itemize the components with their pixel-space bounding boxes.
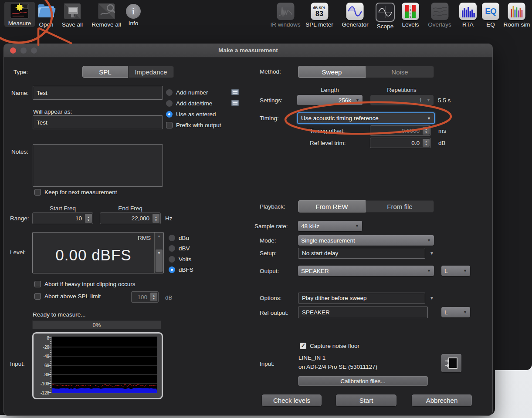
ref-output-field[interactable]: SPEAKER	[298, 307, 428, 318]
input-device-label: Input:	[260, 361, 274, 367]
datetime-list-icon[interactable]	[231, 100, 239, 106]
level-stepper[interactable]: ▲ ▼	[154, 233, 163, 273]
options-dropdown-arrow-icon[interactable]: ▼	[430, 296, 434, 300]
range-unit-label: Hz	[165, 215, 173, 222]
spl-limit-stepper[interactable]: ▲▼	[150, 293, 157, 301]
toolbar-save-all-button[interactable]: Save all	[62, 3, 83, 28]
output-dropdown[interactable]: SPEAKER▼	[298, 266, 434, 276]
setup-dropdown-arrow-icon[interactable]: ▼	[430, 251, 434, 256]
sweep-duration: 5.5 s	[438, 97, 451, 104]
repetitions-dropdown[interactable]: 1▼	[370, 95, 434, 105]
timing-dropdown[interactable]: Use acoustic timing reference▼	[297, 112, 435, 124]
add-datetime-radio[interactable]	[166, 100, 173, 107]
type-label: Type:	[14, 69, 28, 75]
start-freq-spinner[interactable]: 10▲▼	[32, 212, 93, 224]
toolbar-rta-button[interactable]: RTA	[459, 3, 477, 28]
mode-dropdown[interactable]: Single measurement▼	[298, 235, 434, 246]
toolbar-eq-button[interactable]: EQ EQ	[482, 3, 499, 28]
ref-output-channel-dropdown[interactable]: L▼	[441, 307, 470, 317]
dbu-radio[interactable]	[169, 235, 175, 241]
toolbar-measure-label: Measure	[8, 20, 31, 27]
end-freq-spinner[interactable]: 22,000▲▼	[100, 212, 161, 224]
level-stepper-thumb[interactable]: ▼	[156, 249, 163, 272]
cancel-button[interactable]: Abbrechen	[412, 394, 472, 406]
toolbar-remove-all-label: Remove all	[91, 21, 121, 28]
input-routing-button[interactable]	[441, 354, 461, 372]
repetitions-label: Repetitions	[387, 87, 417, 93]
input-device-line1: LINE_IN 1	[298, 353, 377, 362]
method-noise-button[interactable]: Noise	[366, 66, 434, 78]
abort-clipping-checkbox[interactable]	[34, 281, 41, 287]
room-sim-icon	[508, 3, 525, 20]
add-number-radio[interactable]	[166, 89, 173, 96]
abort-spl-checkbox[interactable]	[34, 293, 41, 300]
input-meter-label: Input:	[10, 361, 25, 367]
prefix-with-output-checkbox[interactable]	[166, 122, 173, 128]
name-input[interactable]	[33, 86, 163, 100]
timing-offset-stepper[interactable]: ▲▼	[423, 127, 430, 135]
capture-noise-floor-checkbox[interactable]	[300, 343, 306, 349]
toolbar-spl-meter-button[interactable]: dB SPL 83 SPL meter	[305, 3, 333, 28]
add-number-label: Add number	[176, 89, 208, 96]
level-down-arrow-icon[interactable]: ▼	[156, 251, 163, 255]
sample-rate-label: Sample rate:	[254, 223, 288, 229]
number-list-icon[interactable]	[231, 89, 239, 95]
length-dropdown[interactable]: 256k▼	[297, 95, 363, 105]
toolbar-scope-button[interactable]: Levels Scope	[376, 3, 395, 30]
toolbar-eq-label: EQ	[486, 21, 495, 28]
abort-spl-label: Abort above SPL limit	[44, 293, 101, 300]
toolbar-rta-label: RTA	[462, 21, 474, 28]
playback-from-rew-button[interactable]: From REW	[298, 200, 366, 212]
toolbar-room-sim-label: Room sim	[504, 21, 530, 28]
remove-all-icon	[97, 3, 115, 20]
toolbar-levels-button[interactable]: 0 3 6 9 Levels	[402, 3, 419, 28]
abort-clipping-label: Abort if heavy input clipping occurs	[44, 281, 136, 287]
dbv-radio[interactable]	[169, 245, 175, 252]
ref-level-trim-stepper[interactable]: ▲▼	[423, 139, 430, 147]
notes-textarea[interactable]	[33, 144, 163, 187]
toolbar-generator-button[interactable]: Generator	[342, 3, 369, 28]
timing-offset-label: Timing offset:	[310, 128, 345, 134]
start-freq-stepper[interactable]: ▲▼	[85, 214, 92, 223]
options-label: Options:	[260, 295, 281, 301]
level-display[interactable]: RMS 0.00 dBFS ▲ ▼	[32, 232, 164, 273]
playback-from-file-button[interactable]: From file	[366, 200, 434, 212]
toolbar-ir-windows-button[interactable]: IR windows	[270, 3, 300, 28]
toolbar-info-button[interactable]: i Info	[126, 3, 141, 27]
calibration-files-button[interactable]: Calibration files...	[298, 376, 428, 386]
sample-rate-dropdown[interactable]: 48 kHz▼	[298, 221, 362, 231]
toolbar-room-sim-button[interactable]: Room sim	[504, 3, 530, 28]
volts-radio[interactable]	[169, 256, 175, 263]
output-channel-dropdown[interactable]: L▼	[441, 266, 470, 276]
spl-limit-spinner[interactable]: 100▲▼	[131, 291, 159, 303]
start-button[interactable]: Start	[336, 394, 396, 406]
dbv-label: dBV	[179, 245, 190, 252]
ref-level-trim-spinner[interactable]: 0.0▲▼	[370, 138, 431, 148]
method-sweep-button[interactable]: Sweep	[298, 66, 366, 78]
timing-offset-spinner[interactable]: 0.0000▲▼	[370, 125, 431, 136]
type-spl-button[interactable]: SPL	[82, 66, 128, 78]
will-appear-as-label: Will appear as:	[33, 108, 72, 115]
toolbar-open-button[interactable]: Open	[37, 3, 56, 28]
playback-label: Playback:	[260, 203, 285, 210]
options-dropdown[interactable]: Play dither before sweep	[298, 293, 425, 303]
setup-dropdown[interactable]: No start delay	[298, 248, 425, 259]
level-value: 0.00 dBFS	[33, 246, 154, 264]
type-impedance-button[interactable]: Impedance	[128, 66, 174, 78]
screenshot-stage: Measure Open Save all Remove all	[0, 0, 532, 418]
toolbar-info-label: Info	[129, 20, 139, 27]
toolbar-overlays-button[interactable]: Overlays	[428, 3, 451, 28]
will-appear-as-field[interactable]	[33, 115, 163, 129]
level-up-arrow-icon[interactable]: ▲	[155, 234, 163, 238]
toolbar-remove-all-button[interactable]: Remove all	[91, 3, 121, 28]
end-freq-label: End Freq	[118, 205, 142, 212]
overlays-icon	[431, 3, 448, 20]
use-as-entered-radio[interactable]	[166, 111, 173, 118]
dialog-titlebar[interactable]: Make a measurement	[4, 44, 492, 57]
input-level-meter: 0 -20 -40 -60 -80 -100 -120	[32, 332, 163, 399]
toolbar-measure-button[interactable]: Measure	[4, 2, 35, 27]
end-freq-stepper[interactable]: ▲▼	[152, 214, 159, 223]
keep-for-next-checkbox[interactable]	[34, 189, 41, 196]
dbfs-radio[interactable]	[169, 266, 175, 273]
check-levels-button[interactable]: Check levels	[262, 394, 322, 406]
